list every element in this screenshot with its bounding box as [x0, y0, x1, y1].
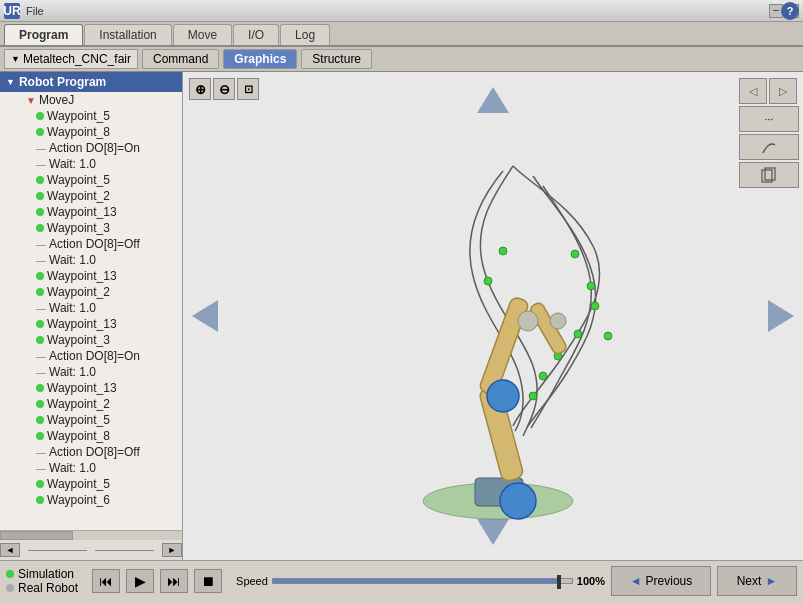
speed-percentage: 100% — [577, 575, 605, 587]
panel-title: Robot Program — [19, 75, 106, 89]
status-dot — [36, 416, 44, 424]
list-item[interactable]: — Wait: 1.0 — [0, 460, 182, 476]
nav-down-button[interactable] — [475, 514, 511, 550]
status-dot — [36, 496, 44, 504]
list-item[interactable]: Waypoint_3 — [0, 332, 182, 348]
status-dot — [36, 112, 44, 120]
rewind-button[interactable]: ⏮ — [92, 569, 120, 593]
status-dot — [36, 384, 44, 392]
path-button[interactable] — [739, 134, 799, 160]
list-item[interactable]: Waypoint_2 — [0, 396, 182, 412]
previous-button[interactable]: ◄ Previous — [611, 566, 711, 596]
program-tree[interactable]: ▼ MoveJ Waypoint_5 Waypoint_8 — Action D… — [0, 92, 182, 530]
list-item[interactable]: — Action DO[8]=On — [0, 140, 182, 156]
arrow-line — [28, 550, 87, 551]
list-item[interactable]: Waypoint_8 — [0, 124, 182, 140]
status-dot — [36, 336, 44, 344]
svg-point-7 — [587, 282, 595, 290]
help-button[interactable]: ? — [781, 2, 799, 20]
list-item[interactable]: Waypoint_2 — [0, 188, 182, 204]
list-item[interactable]: Waypoint_8 — [0, 428, 182, 444]
speed-slider[interactable] — [272, 578, 573, 584]
speed-section: Speed 100% — [236, 575, 605, 587]
list-item[interactable]: — Wait: 1.0 — [0, 364, 182, 380]
list-item[interactable]: ▼ MoveJ — [0, 92, 182, 108]
subtab-structure[interactable]: Structure — [301, 49, 372, 69]
svg-point-21 — [487, 380, 519, 412]
app-logo: UR — [4, 3, 20, 19]
list-item[interactable]: Waypoint_5 — [0, 476, 182, 492]
list-item[interactable]: — Wait: 1.0 — [0, 156, 182, 172]
svg-point-22 — [518, 311, 538, 331]
status-dot — [36, 176, 44, 184]
dash-icon: — — [36, 255, 46, 266]
step-button[interactable]: ⏭ — [160, 569, 188, 593]
list-item[interactable]: Waypoint_13 — [0, 204, 182, 220]
list-item[interactable]: Waypoint_3 — [0, 220, 182, 236]
tab-installation[interactable]: Installation — [84, 24, 171, 45]
file-label: ▼ Metaltech_CNC_fair — [4, 49, 138, 69]
view-button-2[interactable]: ▷ — [769, 78, 797, 104]
status-dot — [36, 320, 44, 328]
tab-log[interactable]: Log — [280, 24, 330, 45]
tab-program[interactable]: Program — [4, 24, 83, 45]
simulation-label: Simulation — [18, 567, 74, 581]
copy-button[interactable] — [739, 162, 799, 188]
nav-left-button[interactable] — [187, 298, 223, 334]
list-item[interactable]: Waypoint_13 — [0, 268, 182, 284]
list-item[interactable]: Waypoint_5 — [0, 108, 182, 124]
second-row: ▼ Metaltech_CNC_fair Command Graphics St… — [0, 47, 803, 72]
dash-icon: — — [36, 447, 46, 458]
list-item[interactable]: — Action DO[8]=On — [0, 348, 182, 364]
arrow-line — [95, 550, 154, 551]
program-tree-header: ▼ Robot Program — [0, 72, 182, 92]
file-menu[interactable]: File — [26, 5, 44, 17]
play-button[interactable]: ▶ — [126, 569, 154, 593]
titlebar: UR File ─ □ ? — [0, 0, 803, 22]
subtab-graphics[interactable]: Graphics — [223, 49, 297, 69]
scroll-left-button[interactable]: ◄ — [0, 543, 20, 557]
list-item[interactable]: Waypoint_13 — [0, 316, 182, 332]
svg-point-13 — [604, 332, 612, 340]
svg-marker-4 — [192, 300, 218, 332]
scroll-right-button[interactable]: ► — [162, 543, 182, 557]
list-item[interactable]: Waypoint_5 — [0, 172, 182, 188]
dash-icon: — — [36, 159, 46, 170]
simulation-mode[interactable]: Simulation — [6, 567, 78, 581]
svg-point-23 — [550, 313, 566, 329]
status-dot — [36, 288, 44, 296]
list-item[interactable]: Waypoint_6 — [0, 492, 182, 508]
list-item[interactable]: — Wait: 1.0 — [0, 252, 182, 268]
next-button[interactable]: Next ► — [717, 566, 797, 596]
list-item[interactable]: — Action DO[8]=Off — [0, 444, 182, 460]
dash-icon: — — [36, 463, 46, 474]
graphics-panel: ⊕ ⊖ ⊡ ◁ ▷ ··· — [183, 72, 803, 560]
status-dot — [36, 432, 44, 440]
tab-move[interactable]: Move — [173, 24, 232, 45]
right-toolbar: ◁ ▷ ··· — [739, 78, 799, 188]
subtab-command[interactable]: Command — [142, 49, 219, 69]
svg-point-9 — [574, 330, 582, 338]
list-item[interactable]: Waypoint_5 — [0, 412, 182, 428]
zoom-controls: ⊕ ⊖ ⊡ — [189, 78, 259, 100]
svg-marker-5 — [768, 300, 794, 332]
filename: Metaltech_CNC_fair — [23, 52, 131, 66]
list-item[interactable]: — Wait: 1.0 — [0, 300, 182, 316]
nav-right-button[interactable] — [763, 298, 799, 334]
zoom-out-button[interactable]: ⊖ — [213, 78, 235, 100]
toolbar-row-1: ◁ ▷ — [739, 78, 799, 104]
list-item[interactable]: Waypoint_13 — [0, 380, 182, 396]
stop-button[interactable]: ⏹ — [194, 569, 222, 593]
status-dot — [36, 208, 44, 216]
view-button-1[interactable]: ◁ — [739, 78, 767, 104]
zoom-fit-button[interactable]: ⊡ — [237, 78, 259, 100]
nav-up-button[interactable] — [475, 82, 511, 118]
real-robot-mode[interactable]: Real Robot — [6, 581, 78, 595]
list-item[interactable]: — Action DO[8]=Off — [0, 236, 182, 252]
zoom-in-button[interactable]: ⊕ — [189, 78, 211, 100]
tab-io[interactable]: I/O — [233, 24, 279, 45]
list-item[interactable]: Waypoint_2 — [0, 284, 182, 300]
waypoints-button[interactable]: ··· — [739, 106, 799, 132]
dash-icon: — — [36, 239, 46, 250]
status-dot — [36, 400, 44, 408]
